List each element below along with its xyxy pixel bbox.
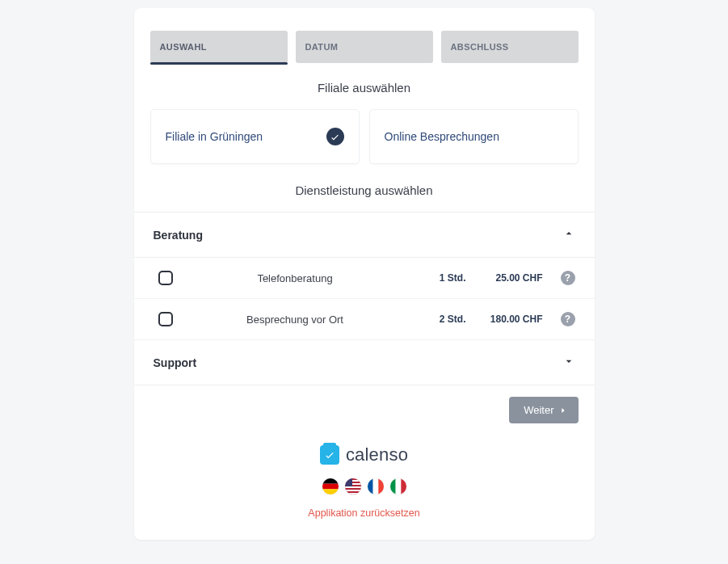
svg-rect-14 [395, 478, 401, 495]
chevron-right-icon [559, 406, 567, 415]
service-duration: 2 Std. [410, 314, 466, 325]
svg-rect-10 [368, 478, 373, 495]
flag-fr-icon[interactable] [368, 478, 384, 495]
svg-rect-6 [345, 486, 361, 488]
service-accordion: Beratung Telefonberatung 1 Std. 25.00 CH… [134, 212, 595, 385]
category-support-header[interactable]: Support [134, 340, 595, 385]
svg-rect-8 [345, 493, 361, 495]
svg-rect-12 [378, 478, 384, 495]
svg-rect-15 [401, 478, 406, 495]
logo-text: calenso [346, 444, 408, 465]
calenso-logo-icon [320, 445, 339, 465]
language-switcher [134, 478, 595, 495]
svg-rect-2 [322, 489, 339, 495]
branch-option-gruningen[interactable]: Filiale in Grüningen [150, 109, 360, 164]
svg-rect-11 [372, 478, 378, 495]
service-name: Telefonberatung [173, 272, 410, 284]
help-icon[interactable]: ? [561, 312, 575, 326]
service-row-besprechung-vor-ort[interactable]: Besprechung vor Ort 2 Std. 180.00 CHF ? [134, 299, 595, 340]
chevron-down-icon [562, 355, 575, 370]
service-price: 180.00 CHF [466, 314, 543, 325]
branch-section-title: Filiale auswählen [147, 81, 582, 95]
service-price: 25.00 CHF [466, 272, 543, 284]
service-checkbox[interactable] [158, 271, 173, 285]
svg-rect-0 [322, 478, 339, 484]
svg-rect-13 [390, 478, 396, 495]
branch-option-online[interactable]: Online Besprechungen [369, 109, 579, 164]
svg-rect-7 [345, 490, 361, 491]
category-label: Support [154, 356, 197, 369]
step-tabs: AUSWAHL DATUM ABSCHLUSS [147, 31, 582, 63]
next-button-label: Weiter [524, 404, 553, 416]
service-row-telefonberatung[interactable]: Telefonberatung 1 Std. 25.00 CHF ? [134, 258, 595, 299]
svg-rect-1 [322, 484, 339, 490]
service-checkbox[interactable] [158, 312, 173, 326]
next-button[interactable]: Weiter [509, 397, 578, 423]
service-duration: 1 Std. [410, 272, 466, 284]
help-icon[interactable]: ? [561, 271, 575, 285]
tab-datum[interactable]: DATUM [296, 31, 433, 63]
tab-auswahl[interactable]: AUSWAHL [150, 31, 288, 63]
category-beratung-header[interactable]: Beratung [134, 213, 595, 258]
branch-label: Filiale in Grüningen [166, 130, 263, 143]
category-label: Beratung [154, 229, 203, 242]
reset-link[interactable]: Applikation zurücksetzen [134, 507, 595, 519]
chevron-up-icon [562, 227, 575, 242]
flag-us-icon[interactable] [345, 478, 361, 495]
branch-label: Online Besprechungen [385, 130, 499, 143]
service-section-title: Dienstleistung auswählen [147, 183, 582, 197]
flag-de-icon[interactable] [322, 478, 339, 495]
flag-it-icon[interactable] [390, 478, 406, 495]
logo: calenso [134, 444, 595, 465]
service-name: Besprechung vor Ort [173, 314, 410, 326]
svg-rect-9 [345, 478, 352, 486]
check-circle-icon [326, 128, 344, 145]
tab-abschluss[interactable]: ABSCHLUSS [441, 31, 579, 63]
